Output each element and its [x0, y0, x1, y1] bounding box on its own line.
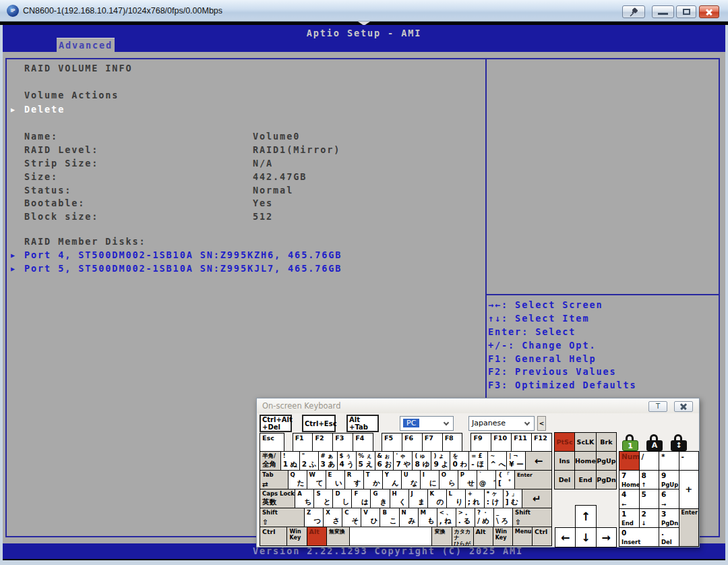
key-I[interactable]: Iに: [420, 470, 439, 489]
key-F[interactable]: Fは: [351, 489, 371, 508]
key-1[interactable]: 1End: [619, 508, 640, 528]
key-F7[interactable]: F7: [422, 433, 443, 452]
key-Shift[interactable]: Shift⇧: [512, 508, 552, 527]
key-F12[interactable]: F12: [531, 433, 552, 452]
key-arrow-right[interactable]: →: [596, 527, 617, 547]
key-0[interactable]: 0Insert: [619, 527, 659, 547]
key-W[interactable]: Wて: [307, 470, 326, 489]
key-F5[interactable]: F5: [382, 433, 402, 452]
key-PtSc[interactable]: PtSc: [554, 432, 575, 452]
key-Num[interactable]: Num: [619, 451, 640, 471]
key-Menu[interactable]: Menu: [512, 527, 533, 546]
key-Z[interactable]: Zつ: [304, 508, 324, 527]
key-F4[interactable]: F4: [353, 433, 373, 452]
macro-button-0[interactable]: Ctrl+Alt +Del: [260, 415, 292, 432]
key-Del[interactable]: Del: [554, 470, 575, 489]
key-)-ょ[interactable]: ) ょ9 よ: [431, 451, 450, 471]
key-P[interactable]: Pせ: [458, 470, 477, 489]
key-を[interactable]: を0 わ: [450, 451, 469, 471]
key-3[interactable]: 3PgDn: [659, 508, 679, 528]
key-*-ヶ[interactable]: * ヶ: け: [484, 489, 504, 508]
key-T[interactable]: Tか: [363, 470, 383, 489]
key-L[interactable]: Lり: [446, 489, 466, 508]
key-N[interactable]: Nみ: [399, 508, 419, 527]
key-`[interactable]: `@ ゛: [477, 470, 496, 489]
key-PgUp[interactable]: PgUp: [596, 451, 617, 471]
key-Win-Key[interactable]: Win Key: [286, 527, 307, 546]
key-2[interactable]: 2↓: [639, 508, 660, 528]
key-Shift[interactable]: Shift⇧: [260, 508, 305, 527]
maximize-button[interactable]: [676, 5, 696, 18]
key-Ins[interactable]: Ins: [554, 451, 575, 471]
key-S[interactable]: Sと: [313, 489, 333, 508]
key-Win-Key[interactable]: Win Key: [493, 527, 513, 546]
key-/[interactable]: /: [639, 451, 660, 471]
key-M[interactable]: Mも: [418, 508, 437, 527]
key-'-ゃ[interactable]: ' ゃ7 や: [393, 451, 413, 471]
key-$-ぅ[interactable]: $ ぅ4 う: [337, 451, 357, 471]
key-B[interactable]: Bこ: [380, 508, 399, 527]
key-.[interactable]: .Del: [659, 527, 679, 547]
key-+[interactable]: +; れ: [465, 489, 485, 508]
key-5[interactable]: 5: [639, 489, 660, 508]
key-J[interactable]: Jま: [408, 489, 428, 508]
key-V[interactable]: Vひ: [361, 508, 380, 527]
key-![interactable]: !1 ぬ: [280, 451, 300, 471]
osk-titlebar[interactable]: On-screen Keyboard T: [257, 398, 699, 413]
key-C[interactable]: Cそ: [342, 508, 361, 527]
key-&-ぉ[interactable]: & ぉ6 お: [375, 451, 394, 471]
key-Q[interactable]: Qた: [288, 470, 307, 489]
key-(-ゅ[interactable]: ( ゅ8 ゆ: [412, 451, 431, 471]
key-X[interactable]: Xさ: [323, 508, 342, 527]
key-U[interactable]: Uな: [401, 470, 421, 489]
macro-button-2[interactable]: Alt +Tab: [346, 415, 379, 432]
key-F3[interactable]: F3: [332, 433, 353, 452]
key-9[interactable]: 9PgUp: [659, 470, 679, 489]
key-無変換[interactable]: 無変換: [326, 527, 351, 546]
key-Caps-Lock[interactable]: Caps Lock英数: [260, 489, 295, 508]
key-E[interactable]: Eい: [326, 470, 345, 489]
key-F1[interactable]: F1: [293, 433, 313, 452]
key-PgDn[interactable]: PgDn: [596, 470, 617, 489]
key-G[interactable]: Gき: [370, 489, 390, 508]
key-ScLK[interactable]: ScLK: [574, 432, 597, 452]
osk-close-button[interactable]: [674, 401, 693, 412]
key-}-」[interactable]: } 」] む: [503, 489, 522, 508]
key-4[interactable]: 4←: [619, 489, 640, 508]
close-button[interactable]: [699, 5, 719, 18]
key-Enter[interactable]: Enter: [679, 508, 700, 547]
minimize-button[interactable]: [652, 5, 674, 18]
collapse-button[interactable]: <: [537, 416, 546, 431]
key-6[interactable]: 6→: [659, 489, 679, 508]
key-space[interactable]: [349, 527, 432, 546]
key-F9[interactable]: F9: [471, 433, 491, 452]
key-arrow-up[interactable]: ↑: [575, 505, 597, 528]
key-Alt[interactable]: Alt: [473, 527, 493, 546]
layout-select[interactable]: PC: [400, 416, 454, 431]
key-8[interactable]: 8↑: [639, 470, 660, 489]
key--[interactable]: -: [679, 451, 700, 471]
key-+[interactable]: +: [679, 470, 700, 508]
key-"[interactable]: "2 ふ: [299, 451, 319, 471]
key->-。[interactable]: > 。. る: [456, 508, 475, 527]
key-D[interactable]: Dし: [332, 489, 352, 508]
key-{-「[interactable]: { 「[ ゜: [495, 470, 515, 489]
key-arrow-left[interactable]: ←: [555, 527, 576, 547]
key-O[interactable]: Oら: [439, 470, 458, 489]
key-<-、[interactable]: < 、, ね: [437, 508, 456, 527]
macro-button-1[interactable]: Ctrl+Esc: [302, 415, 336, 432]
key-|-¬[interactable]: | ¬¥ ー: [506, 451, 526, 471]
key-Esc[interactable]: Esc: [260, 433, 284, 452]
key-H[interactable]: Hく: [390, 489, 409, 508]
key-=-£[interactable]: = £- ほ: [468, 451, 488, 471]
key-F11[interactable]: F11: [511, 433, 532, 452]
delete-item[interactable]: ▶ Delete: [11, 103, 65, 117]
key-Enter[interactable]: Enter: [514, 470, 552, 489]
key-↵[interactable]: ↵: [522, 489, 552, 508]
member-disk-item[interactable]: ▶Port 5, ST500DM002-1SB10A SN:Z995KJL7, …: [11, 262, 342, 276]
key-7[interactable]: 7Home: [619, 470, 640, 489]
key-F2[interactable]: F2: [312, 433, 333, 452]
pin-button[interactable]: [622, 5, 645, 18]
key-R[interactable]: Rす: [344, 470, 364, 489]
tab-advanced[interactable]: Advanced: [57, 38, 115, 52]
